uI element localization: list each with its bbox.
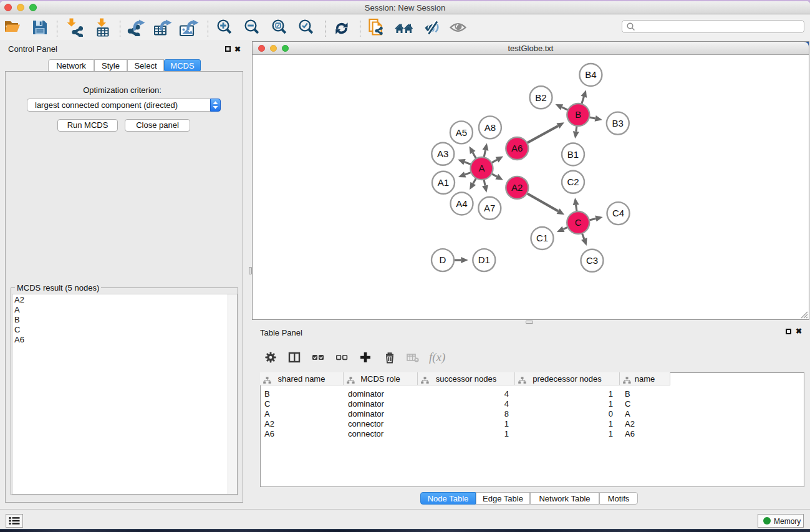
svg-text:D: D xyxy=(440,254,446,265)
svg-text:C2: C2 xyxy=(567,177,579,187)
svg-text:A4: A4 xyxy=(456,198,467,209)
svg-text:A3: A3 xyxy=(437,148,448,159)
svg-text:C4: C4 xyxy=(612,208,624,218)
svg-text:C: C xyxy=(575,217,582,228)
svg-text:A7: A7 xyxy=(484,203,495,213)
svg-text:A2: A2 xyxy=(511,182,523,193)
svg-text:B4: B4 xyxy=(585,69,596,80)
svg-text:B1: B1 xyxy=(567,149,579,160)
svg-text:A8: A8 xyxy=(485,122,496,133)
svg-text:B: B xyxy=(575,109,581,120)
svg-text:C1: C1 xyxy=(536,233,548,243)
svg-text:A1: A1 xyxy=(438,177,449,188)
svg-text:A5: A5 xyxy=(456,127,467,138)
svg-text:C3: C3 xyxy=(586,255,598,266)
svg-text:D1: D1 xyxy=(478,254,490,265)
svg-text:B3: B3 xyxy=(612,118,624,128)
svg-text:A6: A6 xyxy=(511,143,523,153)
svg-text:B2: B2 xyxy=(535,92,546,103)
svg-text:A: A xyxy=(478,163,485,173)
